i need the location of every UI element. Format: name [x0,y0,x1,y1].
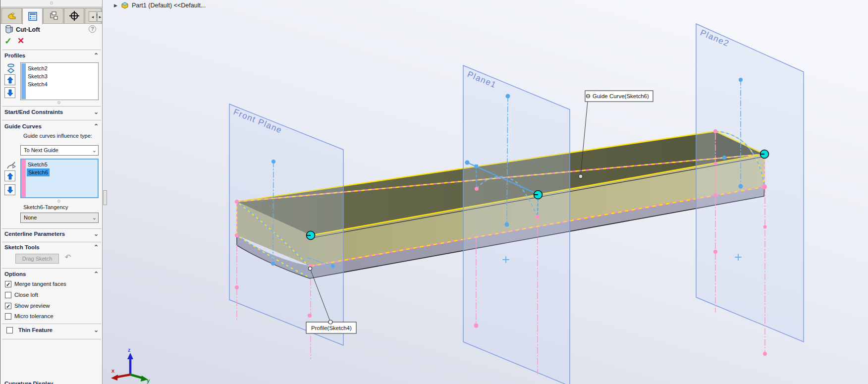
guide-curves-list[interactable]: Sketch5 Sketch6 [20,159,99,198]
tab-configuration-manager[interactable] [43,8,63,23]
curvature-display-chevron[interactable]: ⌄ [93,381,100,384]
panel-resize-grip[interactable] [50,1,53,4]
merge-tangent-faces-checkbox[interactable]: ✓ [5,281,11,287]
tab-dimxpert-manager[interactable] [64,8,84,23]
micro-tolerance-checkbox[interactable] [5,313,11,320]
guide-list-item[interactable]: Sketch5 [28,161,48,168]
centerline-parameters-header[interactable]: Centerline Parameters [4,231,65,237]
tab-feature-manager[interactable] [1,8,22,23]
help-icon: ? [91,26,94,32]
guide-curves-collapse-chevron[interactable]: ⌃ [93,123,100,130]
tab-scroll-left-button[interactable]: ◂ [89,11,97,22]
graphics-area[interactable]: Guide Curve(Sketch6) Profile(Sketch4) Fr… [0,0,868,384]
guide-curves-header[interactable]: Guide Curves [4,123,42,129]
divider [2,120,101,120]
show-preview-label: Show preview [14,303,50,309]
callout-guide-curve-text: Guide Curve(Sketch6) [593,93,649,99]
options-header[interactable]: Options [4,271,26,277]
triad-x-label: x [111,368,115,374]
dimxpert-manager-icon [69,10,80,21]
cancel-button[interactable]: ✕ [17,36,24,46]
profile-move-down-button[interactable] [4,87,15,98]
panel-top-strip [0,0,102,7]
property-manager-panel: ◂ ▸ Cut-Loft ? ✓ ✕ Profiles ⌃ [0,0,103,384]
tab-property-manager[interactable] [22,8,43,24]
tangency-label: Sketch6-Tangency [23,204,68,210]
combo-chevron-icon: ⌄ [92,213,97,222]
cut-loft-icon [4,25,14,34]
checkmark-icon: ✓ [6,281,10,287]
solidworks-window: Guide Curve(Sketch6) Profile(Sketch4) Fr… [0,0,868,384]
configuration-manager-icon [49,11,58,21]
down-arrow-icon [7,186,13,194]
tangency-value: None [24,215,37,220]
ok-button[interactable]: ✓ [4,36,12,47]
panel-tab-strip: ◂ ▸ [0,7,102,24]
up-arrow-icon [7,172,13,180]
feature-manager-icon [6,11,17,21]
centerline-parameters-chevron[interactable]: ⌄ [93,231,100,238]
help-button[interactable]: ? [89,25,96,33]
influence-type-value: To Next Guide [24,147,58,153]
guide-list-resize-grip[interactable] [57,200,60,203]
feature-tree-item[interactable]: Part1 (Default) <<Default... [132,2,206,9]
flyout-feature-tree[interactable]: ▶ Part1 (Default) <<Default... [114,1,206,9]
divider [2,242,101,242]
influence-type-combobox[interactable]: To Next Guide ⌄ [20,145,99,156]
cancel-x-icon: ✕ [17,36,24,46]
profile-move-up-button[interactable] [4,74,15,85]
up-arrow-icon [7,76,13,84]
callout-profile-text: Profile(Sketch4) [311,325,352,331]
tangency-combobox[interactable]: None ⌄ [20,213,99,223]
guide-move-down-button[interactable] [4,184,15,195]
guide-list-item-selected[interactable]: Sketch6 [27,168,50,176]
guide-curves-icon [6,161,16,170]
tab-scroll-right-button[interactable]: ▸ [97,11,103,22]
profiles-list-item[interactable]: Sketch2 [28,64,48,72]
thin-feature-chevron[interactable]: ⌄ [93,327,100,334]
micro-tolerance-label: Micro tolerance [14,313,54,319]
start-end-constraints-header[interactable]: Start/End Constraints [4,109,63,115]
divider [2,324,101,324]
start-end-constraints-chevron[interactable]: ⌄ [93,109,100,116]
divider [2,268,101,269]
merge-tangent-faces-label: Merge tangent faces [14,281,66,287]
profiles-list-item[interactable]: Sketch4 [28,80,48,88]
plane1[interactable] [463,65,570,384]
loft-profiles-icon [5,63,16,73]
divider [2,106,101,107]
divider [2,228,101,229]
close-loft-label: Close loft [14,292,38,298]
options-collapse-chevron[interactable]: ⌃ [93,271,100,278]
drag-sketch-button[interactable]: Drag Sketch [15,254,59,264]
down-arrow-icon [7,89,13,97]
guide-selection-bar [21,160,26,197]
undo-sketch-drag-icon[interactable]: ↷ [65,253,71,262]
plane2[interactable] [696,24,804,342]
profiles-list-resize-grip[interactable] [57,101,60,104]
sketch-tools-collapse-chevron[interactable]: ⌃ [93,244,100,251]
sketch-tools-header[interactable]: Sketch Tools [4,244,40,250]
guide-move-up-button[interactable] [4,170,15,181]
profiles-list[interactable]: Sketch2 Sketch3 Sketch4 [20,62,99,100]
ok-check-icon: ✓ [4,36,12,46]
show-preview-checkbox[interactable]: ✓ [5,303,11,309]
triad-y-label: y [147,378,150,384]
panel-splitter-handle[interactable] [103,190,107,205]
property-manager-icon [28,12,38,21]
flyout-expand-arrow-icon[interactable]: ▶ [114,3,117,8]
close-loft-checkbox[interactable] [5,292,11,298]
tab-arrow-left-icon: ◂ [92,14,94,19]
feature-title: Cut-Loft [16,26,40,33]
curvature-display-header[interactable]: Curvature Display [4,381,53,384]
thin-feature-checkbox[interactable] [6,327,13,333]
profiles-collapse-chevron[interactable]: ⌃ [93,53,100,59]
divider [2,339,101,339]
profiles-header[interactable]: Profiles [4,53,25,58]
feature-header: Cut-Loft ? [0,25,102,36]
thin-feature-header[interactable]: Thin Feature [18,327,53,333]
profiles-list-item[interactable]: Sketch3 [28,72,48,80]
divider [2,50,101,50]
tab-arrow-right-icon: ▸ [99,14,102,19]
combo-chevron-icon: ⌄ [92,146,97,155]
